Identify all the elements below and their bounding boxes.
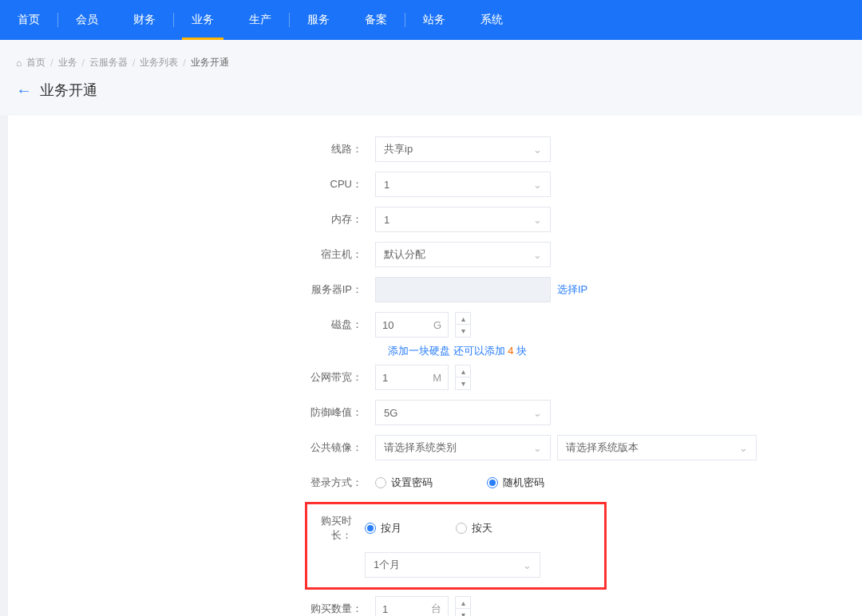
- bandwidth-spinner: ▴ ▾: [455, 365, 471, 390]
- row-image: 公共镜像： 请选择系统类别 ⌄ 请选择系统版本 ⌄: [8, 430, 862, 465]
- pick-ip-link[interactable]: 选择IP: [557, 282, 587, 297]
- row-host: 宿主机： 默认分配 ⌄: [8, 237, 862, 272]
- nav-home[interactable]: 首页: [0, 0, 57, 40]
- page-title: 业务开通: [40, 81, 97, 100]
- select-memory[interactable]: 1 ⌄: [375, 207, 551, 232]
- chevron-down-icon: ⌄: [739, 442, 748, 454]
- crumb-current: 业务开通: [191, 56, 229, 69]
- side-gutter: [0, 116, 8, 616]
- nav-label: 会员: [76, 13, 98, 27]
- chevron-down-icon: ⌄: [533, 179, 542, 191]
- chevron-down-icon: ⌄: [523, 559, 532, 571]
- breadcrumb: ⌂ 首页/ 业务/ 云服务器/ 业务列表/ 业务开通: [0, 40, 862, 77]
- label-login: 登录方式：: [8, 476, 375, 490]
- qty-value: 1: [382, 603, 388, 615]
- disk-value: 10: [382, 319, 393, 331]
- disk-note-prefix: 添加一块硬盘 还可以添加: [388, 345, 508, 357]
- chevron-down-icon: ⌄: [533, 249, 542, 261]
- crumb-list[interactable]: 业务列表: [140, 56, 178, 69]
- nav-record[interactable]: 备案: [347, 0, 405, 40]
- radio-label: 按天: [472, 521, 492, 535]
- label-disk: 磁盘：: [8, 318, 375, 332]
- nav-production[interactable]: 生产: [231, 0, 289, 40]
- nav-finance[interactable]: 财务: [116, 0, 173, 40]
- chevron-down-icon: ⌄: [533, 442, 542, 454]
- crumb-sep: /: [50, 57, 53, 69]
- crumb-sep: /: [132, 57, 135, 69]
- crumb-sep: /: [82, 57, 85, 69]
- nav-label: 备案: [365, 13, 387, 27]
- select-image-category[interactable]: 请选择系统类别 ⌄: [375, 435, 551, 460]
- row-bandwidth: 公网带宽： 1 M ▴ ▾: [8, 360, 862, 395]
- disk-unit: G: [433, 319, 441, 331]
- label-line: 线路：: [8, 142, 375, 156]
- bandwidth-value: 1: [382, 372, 388, 384]
- qty-up-button[interactable]: ▴: [456, 597, 470, 609]
- label-bandwidth: 公网带宽：: [8, 370, 375, 385]
- nav-label: 首页: [18, 13, 40, 27]
- nav-member[interactable]: 会员: [58, 0, 116, 40]
- row-line: 线路： 共享ip ⌄: [8, 132, 862, 167]
- radio-random-password[interactable]: 随机密码: [487, 476, 544, 490]
- radio-icon: [487, 477, 498, 488]
- qty-input[interactable]: 1 台: [375, 596, 449, 616]
- chevron-down-icon: ⌄: [533, 144, 542, 156]
- select-cpu[interactable]: 1 ⌄: [375, 172, 551, 197]
- bandwidth-unit: M: [433, 372, 441, 384]
- page-header: ← 业务开通: [0, 77, 862, 116]
- top-nav: 首页 会员 财务 业务 生产 服务 备案 站务 系统: [0, 0, 862, 40]
- row-disk: 磁盘： 10 G ▴ ▾: [8, 307, 862, 342]
- disk-input[interactable]: 10 G: [375, 312, 449, 338]
- select-placeholder: 请选择系统版本: [566, 440, 639, 455]
- qty-down-button[interactable]: ▾: [456, 609, 470, 616]
- radio-icon: [365, 523, 376, 534]
- nav-label: 服务: [307, 13, 330, 27]
- select-line[interactable]: 共享ip ⌄: [375, 136, 551, 162]
- qty-spinner: ▴ ▾: [455, 596, 471, 616]
- label-image: 公共镜像：: [8, 440, 375, 455]
- nav-label: 业务: [192, 13, 214, 27]
- crumb-biz[interactable]: 业务: [58, 56, 77, 69]
- nav-system[interactable]: 系统: [463, 0, 520, 40]
- row-duration-radio: 购买时长： 按月 按天: [307, 509, 604, 547]
- radio-label: 随机密码: [503, 476, 544, 490]
- nav-site[interactable]: 站务: [405, 0, 463, 40]
- nav-label: 站务: [423, 13, 445, 27]
- select-image-version[interactable]: 请选择系统版本 ⌄: [557, 435, 757, 460]
- disk-note-suffix: 块: [513, 345, 527, 357]
- crumb-home[interactable]: 首页: [26, 56, 45, 69]
- radio-by-month[interactable]: 按月: [365, 521, 401, 535]
- select-value: 共享ip: [384, 142, 413, 156]
- select-host[interactable]: 默认分配 ⌄: [375, 242, 551, 267]
- disk-down-button[interactable]: ▾: [456, 325, 470, 337]
- crumb-cloud[interactable]: 云服务器: [89, 56, 128, 69]
- bandwidth-input[interactable]: 1 M: [375, 365, 449, 390]
- select-defense[interactable]: 5G ⌄: [375, 400, 551, 425]
- form-panel: 线路： 共享ip ⌄ CPU： 1 ⌄ 内存： 1: [8, 116, 862, 616]
- add-disk-link[interactable]: 添加一块硬盘 还可以添加 4 块: [388, 345, 527, 357]
- nav-business[interactable]: 业务: [174, 0, 231, 40]
- row-login: 登录方式： 设置密码 随机密码: [8, 465, 862, 500]
- qty-unit: 台: [431, 602, 441, 616]
- radio-label: 按月: [381, 521, 401, 535]
- row-memory: 内存： 1 ⌄: [8, 202, 862, 237]
- select-duration[interactable]: 1个月 ⌄: [365, 552, 540, 578]
- label-host: 宿主机：: [8, 247, 375, 262]
- label-duration: 购买时长：: [307, 514, 365, 543]
- disk-up-button[interactable]: ▴: [456, 313, 470, 325]
- radio-icon: [456, 523, 467, 534]
- label-cpu: CPU：: [8, 177, 375, 192]
- row-qty: 购买数量： 1 台 ▴ ▾: [8, 591, 862, 616]
- radio-icon: [375, 477, 386, 488]
- label-memory: 内存：: [8, 212, 375, 227]
- nav-label: 财务: [133, 13, 156, 27]
- crumb-sep: /: [183, 57, 185, 69]
- radio-set-password[interactable]: 设置密码: [375, 476, 433, 490]
- bandwidth-up-button[interactable]: ▴: [456, 365, 470, 377]
- bandwidth-down-button[interactable]: ▾: [456, 377, 470, 389]
- label-qty: 购买数量：: [8, 602, 375, 616]
- radio-by-day[interactable]: 按天: [456, 521, 492, 535]
- server-ip-field: [375, 277, 551, 302]
- back-arrow-icon[interactable]: ←: [16, 81, 32, 100]
- nav-service[interactable]: 服务: [290, 0, 347, 40]
